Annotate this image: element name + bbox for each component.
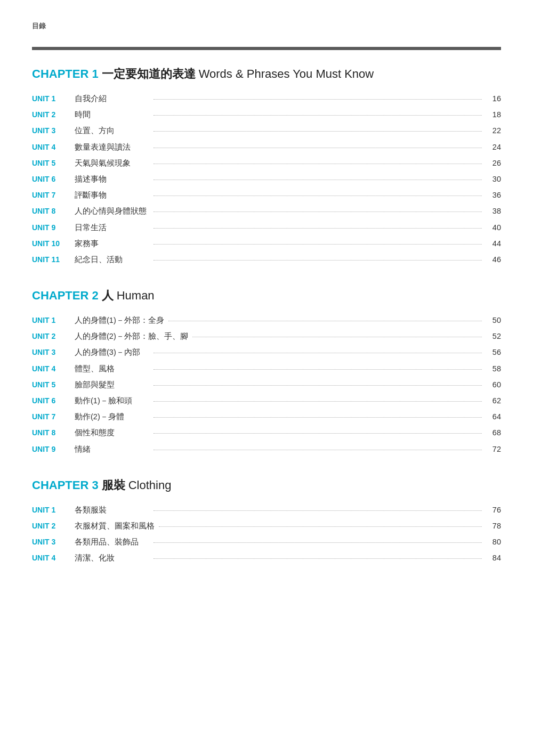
unit-label-ch2-u5: UNIT 5 — [32, 378, 75, 392]
unit-page-ch1-u11: 46 — [486, 253, 501, 266]
unit-title-ch2-u5: 臉部與髮型 — [75, 378, 149, 392]
unit-row-ch2-u6: UNIT 6動作(1)－臉和頭62 — [32, 394, 501, 408]
unit-label-ch1-u2: UNIT 2 — [32, 108, 75, 121]
unit-title-ch3-u3: 各類用品、裝飾品 — [75, 535, 149, 549]
unit-row-ch2-u3: UNIT 3人的身體(3)－內部56 — [32, 345, 501, 359]
unit-dots-ch2-u7 — [154, 417, 482, 418]
unit-row-ch1-u3: UNIT 3位置、方向22 — [32, 124, 501, 137]
unit-page-ch2-u3: 56 — [486, 345, 501, 359]
unit-page-ch1-u7: 36 — [486, 188, 501, 202]
unit-row-ch3-u2: UNIT 2衣服材質、圖案和風格78 — [32, 519, 501, 533]
unit-row-ch2-u1: UNIT 1人的身體(1)－外部：全身50 — [32, 313, 501, 327]
unit-label-ch1-u10: UNIT 10 — [32, 237, 75, 250]
unit-title-ch1-u4: 數量表達與讀法 — [75, 140, 149, 154]
unit-title-ch2-u4: 體型、風格 — [75, 362, 149, 376]
unit-row-ch2-u4: UNIT 4體型、風格58 — [32, 362, 501, 376]
unit-title-ch2-u7: 動作(2)－身體 — [75, 410, 149, 424]
chapter-title-3: CHAPTER 3 服裝 Clothing — [32, 477, 501, 493]
page-label: 目錄 — [32, 21, 501, 31]
unit-label-ch2-u6: UNIT 6 — [32, 394, 75, 408]
unit-dots-ch2-u9 — [154, 450, 482, 450]
unit-label-ch3-u2: UNIT 2 — [32, 519, 75, 533]
unit-page-ch1-u4: 24 — [486, 140, 501, 154]
unit-page-ch1-u6: 30 — [486, 172, 501, 186]
unit-label-ch2-u2: UNIT 2 — [32, 330, 75, 343]
chapter-zh-title-2: 人 — [102, 288, 114, 304]
unit-label-ch1-u5: UNIT 5 — [32, 157, 75, 170]
unit-title-ch1-u2: 時間 — [75, 108, 149, 121]
unit-page-ch2-u8: 68 — [486, 426, 501, 440]
unit-label-ch1-u3: UNIT 3 — [32, 124, 75, 137]
chapter-num-2: CHAPTER 2 — [32, 289, 99, 303]
unit-dots-ch1-u4 — [154, 148, 482, 148]
unit-row-ch3-u3: UNIT 3各類用品、裝飾品80 — [32, 535, 501, 549]
chapter-section-2: CHAPTER 2 人 HumanUNIT 1人的身體(1)－外部：全身50UN… — [32, 288, 501, 456]
unit-label-ch3-u4: UNIT 4 — [32, 551, 75, 565]
unit-label-ch1-u7: UNIT 7 — [32, 189, 75, 202]
unit-row-ch2-u5: UNIT 5臉部與髮型60 — [32, 378, 501, 392]
unit-page-ch2-u5: 60 — [486, 378, 501, 392]
unit-page-ch2-u4: 58 — [486, 362, 501, 376]
unit-page-ch2-u6: 62 — [486, 394, 501, 408]
unit-row-ch1-u2: UNIT 2時間18 — [32, 108, 501, 121]
unit-title-ch1-u5: 天氣與氣候現象 — [75, 156, 149, 170]
unit-row-ch1-u7: UNIT 7評斷事物36 — [32, 188, 501, 202]
unit-title-ch2-u9: 情緒 — [75, 442, 149, 456]
unit-label-ch2-u8: UNIT 8 — [32, 426, 75, 440]
unit-label-ch2-u9: UNIT 9 — [32, 443, 75, 456]
unit-dots-ch2-u1 — [168, 321, 482, 321]
chapter-section-1: CHAPTER 1 一定要知道的表達 Words & Phrases You M… — [32, 66, 501, 266]
unit-dots-ch2-u3 — [154, 353, 482, 353]
chapter-en-title-3: Clothing — [128, 478, 172, 492]
unit-title-ch1-u1: 自我介紹 — [75, 92, 149, 105]
unit-page-ch1-u10: 44 — [486, 237, 501, 250]
unit-row-ch1-u6: UNIT 6描述事物30 — [32, 172, 501, 186]
unit-page-ch1-u2: 18 — [486, 108, 501, 121]
unit-label-ch1-u6: UNIT 6 — [32, 173, 75, 186]
unit-dots-ch1-u6 — [154, 180, 482, 180]
unit-dots-ch1-u2 — [154, 115, 482, 116]
unit-dots-ch1-u1 — [154, 99, 482, 100]
unit-dots-ch3-u4 — [154, 558, 482, 559]
unit-title-ch1-u8: 人的心情與身體狀態 — [75, 204, 149, 218]
unit-label-ch1-u1: UNIT 1 — [32, 92, 75, 105]
unit-dots-ch2-u6 — [154, 401, 482, 402]
unit-title-ch1-u10: 家務事 — [75, 237, 149, 250]
top-bar — [32, 47, 501, 50]
unit-dots-ch2-u4 — [154, 369, 482, 370]
unit-row-ch1-u11: UNIT 11紀念日、活動46 — [32, 253, 501, 266]
unit-page-ch3-u4: 84 — [486, 551, 501, 565]
unit-label-ch1-u4: UNIT 4 — [32, 141, 75, 154]
unit-page-ch2-u7: 64 — [486, 410, 501, 424]
unit-page-ch2-u9: 72 — [486, 442, 501, 456]
unit-title-ch1-u6: 描述事物 — [75, 172, 149, 186]
unit-row-ch2-u8: UNIT 8個性和態度68 — [32, 426, 501, 440]
unit-dots-ch1-u5 — [154, 164, 482, 164]
unit-row-ch1-u9: UNIT 9日常生活40 — [32, 221, 501, 234]
unit-row-ch3-u4: UNIT 4清潔、化妝84 — [32, 551, 501, 565]
unit-label-ch2-u4: UNIT 4 — [32, 362, 75, 376]
unit-page-ch1-u8: 38 — [486, 204, 501, 218]
unit-page-ch2-u1: 50 — [486, 313, 501, 327]
unit-row-ch1-u1: UNIT 1自我介紹16 — [32, 92, 501, 105]
unit-dots-ch2-u2 — [192, 337, 482, 337]
unit-title-ch2-u2: 人的身體(2)－外部：臉、手、腳 — [75, 329, 188, 343]
unit-dots-ch3-u3 — [154, 542, 482, 543]
unit-title-ch2-u3: 人的身體(3)－內部 — [75, 345, 149, 359]
unit-dots-ch3-u1 — [154, 510, 482, 511]
unit-page-ch1-u5: 26 — [486, 156, 501, 170]
unit-page-ch3-u1: 76 — [486, 503, 501, 517]
unit-row-ch1-u8: UNIT 8人的心情與身體狀態38 — [32, 204, 501, 218]
unit-title-ch3-u1: 各類服裝 — [75, 503, 149, 517]
unit-title-ch2-u1: 人的身體(1)－外部：全身 — [75, 313, 164, 327]
chapter-en-title-1: Words & Phrases You Must Know — [199, 67, 374, 81]
unit-label-ch1-u11: UNIT 11 — [32, 253, 75, 266]
unit-page-ch2-u2: 52 — [486, 329, 501, 343]
unit-dots-ch1-u3 — [154, 131, 482, 132]
unit-label-ch3-u1: UNIT 1 — [32, 503, 75, 517]
unit-label-ch3-u3: UNIT 3 — [32, 535, 75, 549]
unit-row-ch1-u10: UNIT 10家務事44 — [32, 237, 501, 250]
chapter-title-1: CHAPTER 1 一定要知道的表達 Words & Phrases You M… — [32, 66, 501, 82]
unit-label-ch2-u1: UNIT 1 — [32, 314, 75, 327]
unit-dots-ch3-u2 — [159, 526, 482, 527]
